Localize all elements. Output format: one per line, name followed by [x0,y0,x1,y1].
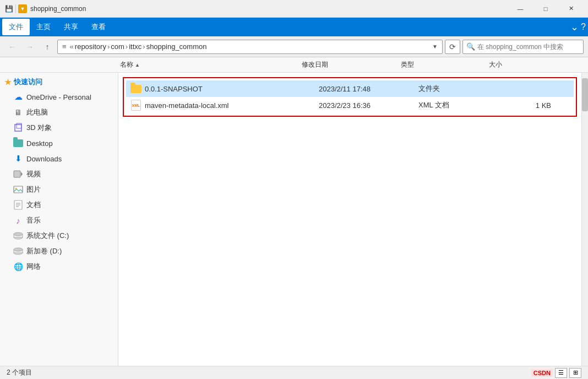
file-type: XML 文档 [418,100,504,110]
file-date: 2023/2/23 16:36 [319,101,415,110]
csdn-badge: CSDN [531,369,553,377]
app-logo: ▼ [18,4,27,13]
desktop-folder-icon [13,138,23,148]
path-segment-repository[interactable]: repository [75,42,106,51]
help-icon[interactable]: ? [581,22,586,32]
minimize-button[interactable]: — [508,0,533,18]
file-type: 文件夹 [418,84,504,94]
status-bar: 2 个项目 CSDN ☰ ⊞ [0,366,588,379]
svg-point-12 [14,232,23,236]
menu-home[interactable]: 主页 [30,19,57,35]
maximize-button[interactable]: □ [533,0,558,18]
path-segment-ittxc[interactable]: ittxc [129,42,141,51]
up-button[interactable]: ↑ [40,39,55,55]
search-box[interactable]: 🔍 [462,40,584,54]
pc-icon: 🖥 [13,107,23,117]
documents-icon [13,200,23,210]
path-segment-shopping-common[interactable]: shopping_common [146,42,207,51]
window-controls: — □ ✕ [508,0,584,18]
file-date: 2023/2/11 17:48 [319,85,415,93]
status-count: 2 个项目 [7,368,32,377]
window-title: shopping_common [30,5,508,13]
view-details-button[interactable]: ☰ [555,368,567,378]
col-header-name[interactable]: 名称 ▲ [120,60,302,69]
scrollbar-thumb[interactable] [582,78,588,111]
svg-rect-4 [14,186,23,193]
column-headers: 名称 ▲ 修改日期 类型 大小 [0,57,588,73]
network-icon: 🌐 [13,262,23,272]
menu-bar: 文件 主页 共享 查看 ⌄ ? [0,18,588,36]
title-bar: 💾 ▼ shopping_common — □ ✕ [0,0,588,18]
download-icon: ⬇ [13,154,23,164]
drive-c-icon [13,231,23,241]
sidebar: ★ 快速访问 ☁ OneDrive - Personal 🖥 此电脑 [0,73,118,366]
search-icon: 🔍 [466,42,475,51]
drive-d-icon [13,246,23,256]
svg-rect-0 [15,124,21,131]
expand-ribbon-icon[interactable]: ⌄ [570,21,579,33]
svg-point-15 [14,248,23,251]
back-button[interactable]: ← [4,39,20,55]
table-row[interactable]: XML maven-metadata-local.xml 2023/2/23 1… [126,97,574,113]
file-size: 1 KB [507,101,551,110]
file-name: maven-metadata-local.xml [145,101,315,110]
view-list-button[interactable]: ⊞ [569,368,581,378]
sidebar-item-documents[interactable]: 文档 [0,197,118,213]
cloud-icon: ☁ [13,92,23,102]
sidebar-item-3d[interactable]: 3D 对象 [0,120,118,136]
menu-view[interactable]: 查看 [85,19,112,35]
svg-rect-2 [14,171,20,177]
pictures-icon [13,185,23,194]
sidebar-item-mypc[interactable]: 🖥 此电脑 [0,105,118,120]
star-icon: ★ [4,78,12,86]
search-input[interactable] [477,43,580,51]
close-button[interactable]: ✕ [558,0,584,18]
main-layout: ★ 快速访问 ☁ OneDrive - Personal 🖥 此电脑 [0,73,588,366]
menu-share[interactable]: 共享 [57,19,85,35]
sidebar-item-drive-c[interactable]: 系统文件 (C:) [0,228,118,243]
path-dropdown-icon[interactable]: ▼ [432,44,438,50]
col-header-date[interactable]: 修改日期 [302,60,401,69]
col-header-size[interactable]: 大小 [489,60,544,69]
forward-button[interactable]: → [22,39,37,55]
right-scrollbar[interactable] [581,73,588,366]
video-icon [13,169,23,179]
svg-marker-3 [21,172,23,176]
sidebar-item-desktop[interactable]: Desktop [0,136,118,151]
music-icon: ♪ [13,215,23,225]
sidebar-item-drive-d[interactable]: 新加卷 (D:) [0,243,118,259]
path-breadcrumb-icon: ≡ [62,42,67,51]
sort-icon: ▲ [135,62,140,68]
sidebar-item-music[interactable]: ♪ 音乐 [0,213,118,228]
selection-box: 0.0.1-SNAPSHOT 2023/2/11 17:48 文件夹 XML m… [123,77,577,117]
sidebar-item-network[interactable]: 🌐 网络 [0,259,118,274]
sidebar-item-onedrive[interactable]: ☁ OneDrive - Personal [0,89,118,105]
sidebar-item-pictures[interactable]: 图片 [0,182,118,197]
address-bar: ← → ↑ ≡ « repository › com › ittxc › sho… [0,36,588,57]
refresh-button[interactable]: ⟳ [445,40,460,54]
xml-icon: XML [130,100,141,111]
3d-icon [13,123,23,133]
file-name: 0.0.1-SNAPSHOT [145,85,315,93]
menu-file[interactable]: 文件 [2,19,30,35]
table-row[interactable]: 0.0.1-SNAPSHOT 2023/2/11 17:48 文件夹 [126,80,574,97]
path-segment-com[interactable]: com [111,42,124,51]
address-path[interactable]: ≡ « repository › com › ittxc › shopping_… [57,40,443,54]
file-area[interactable]: 0.0.1-SNAPSHOT 2023/2/11 17:48 文件夹 XML m… [118,73,581,366]
folder-icon [130,83,141,94]
title-bar-save-icon: 💾 [4,4,13,13]
status-right: CSDN ☰ ⊞ [531,368,581,378]
sidebar-item-downloads[interactable]: ⬇ Downloads [0,151,118,166]
sidebar-item-video[interactable]: 视频 [0,166,118,182]
col-header-type[interactable]: 类型 [401,60,489,69]
sidebar-quick-access[interactable]: ★ 快速访问 [0,75,118,89]
